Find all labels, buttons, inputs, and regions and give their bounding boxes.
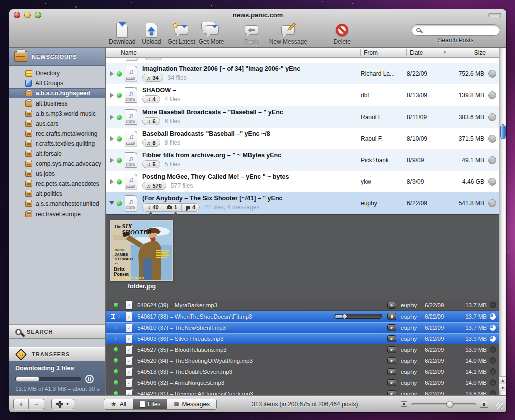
- scrollbar-thumb[interactable]: [500, 124, 506, 139]
- sidebar-item-group[interactable]: a.s.s.manchester.united: [9, 199, 105, 209]
- sidebar-item-group[interactable]: alt.business: [9, 98, 105, 109]
- file-row-downloading[interactable]: ↓ 540603 (36) – SilverThreads.mp3 ▶ euph…: [106, 333, 499, 344]
- size-slider[interactable]: [411, 403, 476, 405]
- action-menu-button[interactable]: ▼: [51, 399, 74, 409]
- search-section-header[interactable]: SEARCH: [9, 325, 105, 339]
- disclosure-triangle-open-icon[interactable]: [108, 201, 116, 205]
- file-row-downloading[interactable]: ↓ 540610 (37) – TheNewSheriff.mp3 ▶ euph…: [106, 322, 499, 333]
- disclosure-triangle-icon[interactable]: [108, 71, 116, 76]
- sidebar-item-all-groups[interactable]: All Groups: [9, 78, 105, 88]
- file-row[interactable]: 540624 (39) – MyraBarker.mp3 ▶ euphy 6/2…: [106, 300, 499, 311]
- seek-thumb[interactable]: [341, 313, 348, 320]
- sidebar-item-group[interactable]: a.b.s.mp3.world-music: [9, 109, 105, 119]
- sidebar-item-group[interactable]: r.crafts.textiles.quilting: [9, 139, 105, 149]
- table-row[interactable]: ♫MP3 Imagination Theater 2006 [~ of 34] …: [106, 63, 499, 84]
- resize-grip[interactable]: [496, 403, 503, 409]
- table-row[interactable]: ♫MP3 Baseball Broadcasts "Baseball –" yE…: [106, 128, 499, 149]
- music-note-icon: ♫: [147, 205, 151, 211]
- filter-messages-tab[interactable]: ✉Messages: [167, 399, 216, 409]
- play-button[interactable]: ▶: [387, 379, 396, 386]
- download-circle-button[interactable]: ↓: [488, 91, 496, 99]
- upload-button[interactable]: Upload: [138, 21, 164, 45]
- size-cell: 371.5 MB: [448, 135, 484, 142]
- column-header-date[interactable]: Date▼: [406, 49, 451, 56]
- title-bar[interactable]: news.panic.com: [9, 9, 506, 20]
- sidebar-item-group[interactable]: comp.sys.mac.advocacy: [9, 159, 105, 169]
- scroll-down-button[interactable]: ▼: [499, 384, 506, 391]
- play-button[interactable]: ▶: [387, 357, 396, 364]
- sidebar-item-group[interactable]: rec.crafts.metalworking: [9, 129, 105, 139]
- download-status-icon[interactable]: ↓: [490, 390, 496, 395]
- play-button[interactable]: ▶: [387, 346, 396, 353]
- download-status-icon[interactable]: ↓: [490, 357, 496, 364]
- size-cell: 541.8 MB: [448, 200, 484, 207]
- new-message-button[interactable]: New Message: [268, 21, 309, 45]
- sidebar-item-group[interactable]: rec.pets.cats.anecdotes: [9, 179, 105, 189]
- sidebar-item-group[interactable]: alt.politics: [9, 189, 105, 199]
- play-button[interactable]: ▶: [387, 302, 396, 309]
- disclosure-triangle-icon[interactable]: [108, 136, 116, 141]
- download-circle-button[interactable]: ↓: [488, 156, 496, 164]
- table-row[interactable]: ♫MP3 SHADOW – ♫44 files dbf 8/13/09 139.…: [106, 84, 499, 106]
- column-header-from[interactable]: From: [360, 49, 406, 56]
- table-row-selected[interactable]: ♫MP3 (For Anybody – The Six Shooter [~/4…: [106, 192, 499, 214]
- transfers-section-header[interactable]: ↑↓ TRANSFERS: [9, 347, 105, 361]
- disclosure-triangle-icon[interactable]: [108, 115, 116, 120]
- sidebar-item-group[interactable]: rec.travel.europe: [9, 209, 105, 219]
- disclosure-triangle-icon[interactable]: [108, 93, 116, 98]
- download-circle-button[interactable]: ↓: [488, 70, 496, 78]
- file-row-playing[interactable]: ↓ 540617 (38) – WhenTheShoeDoesn'tFit.mp…: [106, 311, 499, 322]
- download-status-icon[interactable]: ↓: [490, 346, 496, 353]
- size-slider-thumb[interactable]: [446, 401, 454, 408]
- scroll-up-button[interactable]: ▲: [499, 376, 506, 384]
- sidebar-item-group[interactable]: aus.cars: [9, 119, 105, 129]
- play-button[interactable]: ▶: [387, 368, 396, 375]
- file-row[interactable]: 540429 (31) – RevengeAtHarnessCreek.mp3 …: [106, 388, 499, 395]
- sidebar-item-group[interactable]: us.jobs: [9, 169, 105, 179]
- remove-group-button[interactable]: −: [29, 399, 44, 409]
- file-row[interactable]: 540527 (35) – BloodRelations.mp3 ▶ euphy…: [106, 344, 499, 355]
- playback-seek-slider[interactable]: [334, 314, 382, 319]
- sidebar-item-group[interactable]: alt.forsale: [9, 149, 105, 159]
- table-row[interactable]: ♫MP3 More Baseball Broadcasts – "Basebal…: [106, 106, 499, 128]
- get-more-button[interactable]: Get More: [198, 21, 225, 45]
- get-latest-button[interactable]: Get Latest: [167, 21, 195, 45]
- download-circle-button[interactable]: ↓: [488, 178, 496, 186]
- download-status-icon[interactable]: ↓: [490, 379, 496, 386]
- sidebar-item-directory[interactable]: Directory: [9, 68, 105, 78]
- play-button[interactable]: ▶: [387, 324, 396, 331]
- newsgroups-section-header[interactable]: NEWSGROUPS: [9, 48, 105, 66]
- vertical-scrollbar[interactable]: ▲ ▼: [499, 48, 506, 395]
- download-circle-button[interactable]: ↓: [488, 199, 496, 207]
- column-header-size[interactable]: Size: [451, 49, 499, 56]
- play-button[interactable]: ▶: [387, 390, 396, 396]
- stop-button[interactable]: [387, 313, 396, 320]
- table-row-partial[interactable]: [106, 58, 499, 63]
- filter-all-tab[interactable]: ★All: [104, 399, 133, 409]
- file-row[interactable]: 540506 (32) – AnnaNorquest.mp3 ▶ euphy 6…: [106, 377, 499, 388]
- sidebar-item-group-selected[interactable]: a.b.s.r.o.highspeed: [9, 88, 105, 98]
- download-circle-button[interactable]: ↓: [488, 113, 496, 121]
- play-button[interactable]: ▶: [387, 335, 396, 342]
- download-button[interactable]: Download: [109, 21, 135, 45]
- pause-button[interactable]: [85, 375, 94, 383]
- filter-files-tab[interactable]: Files: [133, 399, 167, 409]
- download-status-icon[interactable]: ↓: [490, 368, 496, 375]
- search-input[interactable]: [411, 24, 500, 36]
- file-row[interactable]: 540520 (34) – TheShootingOfWyattKing.mp3…: [106, 355, 499, 366]
- add-group-button[interactable]: +: [13, 399, 29, 409]
- table-row[interactable]: ♫MP3 Posting McGee, They Called Me! – yE…: [106, 171, 499, 192]
- download-circle-button[interactable]: ↓: [488, 135, 496, 143]
- delete-button[interactable]: Delete: [329, 21, 355, 45]
- table-row[interactable]: ♫MP3 Fibber fills from archive.org – " ~…: [106, 149, 499, 171]
- image-attachment[interactable]: The SIX SHOOTER starring JAMES STEWART a…: [110, 220, 173, 290]
- file-row[interactable]: 540513 (33) – TheDoubleSeven.mp3 ▶ euphy…: [106, 366, 499, 377]
- download-status-icon[interactable]: ↓: [490, 302, 496, 308]
- newsgroup-icon: [25, 111, 32, 117]
- disclosure-triangle-icon[interactable]: [108, 158, 116, 163]
- column-header-name[interactable]: Name: [106, 49, 360, 56]
- toolbar-toggle-button[interactable]: [488, 13, 501, 17]
- file-date: 6/22/09: [425, 336, 458, 342]
- reply-button[interactable]: Reply: [239, 21, 265, 45]
- disclosure-triangle-icon[interactable]: [108, 179, 116, 184]
